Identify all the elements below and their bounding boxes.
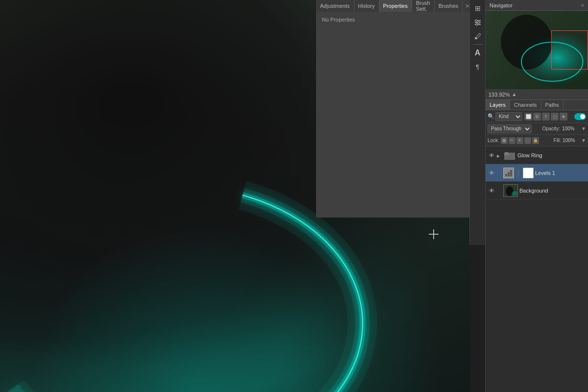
- layer-visibility-glow-ring[interactable]: 👁: [488, 151, 495, 159]
- layer-row-background[interactable]: 👁 Background: [486, 182, 588, 199]
- layer-name-glow-ring: Glow Ring: [517, 152, 586, 158]
- tab-history[interactable]: History: [354, 0, 379, 12]
- filter-pixel-icon[interactable]: ⬜: [524, 113, 532, 121]
- zoom-bar: 133.92% ▲: [486, 89, 588, 100]
- layer-row-levels1[interactable]: 👁 Levels 1: [486, 164, 588, 182]
- filter-shape-icon[interactable]: ◻: [551, 113, 559, 121]
- zoom-arrow-icon[interactable]: ▲: [512, 92, 516, 97]
- layer-thumbnail-background: [503, 184, 518, 197]
- svg-rect-19: [504, 153, 509, 155]
- filter-icons: ⬜ ⚙ T ◻ ★: [524, 113, 567, 121]
- fill-label: Fill:: [554, 138, 562, 143]
- text-tool-icon[interactable]: A: [471, 47, 484, 59]
- blend-mode-select[interactable]: Pass Through Normal Multiply Screen Over…: [488, 124, 532, 133]
- layers-blend-bar: Pass Through Normal Multiply Screen Over…: [486, 123, 588, 135]
- navigator-menu-icon[interactable]: ≡: [581, 2, 584, 8]
- layer-expand-glow-ring[interactable]: ▶: [497, 152, 502, 159]
- tab-layers[interactable]: Layers: [486, 100, 510, 110]
- svg-point-11: [475, 20, 477, 22]
- svg-rect-22: [510, 170, 512, 176]
- properties-panel: No Properties: [316, 12, 473, 218]
- paragraph-tool-icon[interactable]: ¶: [471, 60, 484, 73]
- tool-strip: ⊞ A ¶: [469, 0, 485, 245]
- opacity-arrow[interactable]: ▼: [581, 126, 586, 131]
- filter-kind-select[interactable]: Kind Name Effect Mode: [495, 112, 522, 121]
- layer-row-glow-ring[interactable]: 👁 ▶ Glow Ring: [486, 147, 588, 164]
- layers-tabs: Layers Channels Paths: [486, 100, 588, 110]
- lock-pixels-icon[interactable]: ✏: [509, 137, 515, 144]
- filter-adjustment-icon[interactable]: ⚙: [533, 113, 541, 121]
- no-properties-text: No Properties: [316, 12, 473, 27]
- top-tabs: Adjustments History Properties Brush Set…: [316, 0, 473, 12]
- filter-icon[interactable]: ⊞: [471, 2, 484, 15]
- tool-separator: [473, 44, 483, 45]
- svg-point-16: [501, 15, 552, 70]
- svg-point-3: [0, 186, 363, 392]
- tab-paths[interactable]: Paths: [541, 100, 564, 110]
- brush-icon[interactable]: [471, 29, 484, 42]
- filter-toggle-knob: [580, 114, 585, 119]
- svg-point-26: [512, 191, 517, 196]
- tab-adjustments[interactable]: Adjustments: [316, 0, 354, 12]
- layer-thumbnail-levels1: [503, 168, 514, 178]
- layer-thumbnail-glow-ring: [503, 149, 516, 162]
- navigator-selection-box: [551, 30, 588, 70]
- lock-label: Lock:: [488, 138, 499, 143]
- lock-transparent-icon[interactable]: ▩: [501, 137, 508, 144]
- filter-smart-icon[interactable]: ★: [560, 113, 567, 121]
- svg-rect-21: [508, 172, 510, 176]
- layers-lock-bar: Lock: ▩ ✏ ✛ ⬚ 🔒 Fill: 100% ▼: [486, 135, 588, 147]
- filter-toggle[interactable]: [574, 113, 586, 120]
- tab-properties[interactable]: Properties: [379, 0, 412, 12]
- layer-link-icon-levels1: [515, 168, 521, 178]
- tab-brushes[interactable]: Brushes: [435, 0, 463, 12]
- navigator-title: Navigator: [490, 2, 513, 8]
- navigator-preview: [486, 11, 588, 89]
- lock-artboard-icon[interactable]: ⬚: [524, 137, 531, 144]
- right-panel: Navigator ≡ 133.92%: [485, 0, 588, 392]
- navigator-header: Navigator ≡: [486, 0, 588, 11]
- svg-point-13: [476, 24, 478, 25]
- layer-visibility-background[interactable]: 👁: [488, 187, 495, 195]
- svg-point-12: [478, 22, 480, 24]
- svg-point-14: [475, 37, 477, 39]
- opacity-label: Opacity:: [542, 126, 560, 131]
- layer-visibility-levels1[interactable]: 👁: [488, 169, 495, 177]
- lock-all-icon[interactable]: 🔒: [532, 137, 539, 144]
- filter-search-icon: 🔍: [488, 113, 494, 120]
- fill-value[interactable]: 100%: [563, 138, 580, 143]
- svg-rect-20: [505, 174, 507, 176]
- layers-list: 👁 ▶ Glow Ring 👁: [486, 147, 588, 392]
- lock-icons: ▩ ✏ ✛ ⬚ 🔒: [501, 137, 539, 144]
- tab-brush-settings[interactable]: Brush Sett.: [412, 0, 435, 12]
- layer-name-background: Background: [519, 188, 586, 194]
- lock-position-icon[interactable]: ✛: [516, 137, 523, 144]
- zoom-level: 133.92%: [489, 92, 510, 98]
- layers-panel: Layers Channels Paths 🔍 Kind Name Effect…: [486, 100, 588, 392]
- layers-filter-bar: 🔍 Kind Name Effect Mode ⬜ ⚙ T ◻ ★: [486, 110, 588, 123]
- top-panel: Adjustments History Properties Brush Set…: [316, 0, 473, 12]
- adjustments-icon[interactable]: [471, 16, 484, 28]
- filter-type-icon[interactable]: T: [542, 113, 550, 121]
- fill-arrow[interactable]: ▼: [581, 138, 586, 143]
- layer-mask-levels1: [523, 168, 534, 178]
- layer-name-levels1: Levels 1: [535, 170, 586, 176]
- opacity-value[interactable]: 100%: [562, 126, 579, 131]
- tab-channels[interactable]: Channels: [510, 100, 541, 110]
- cursor-crosshair: [429, 229, 439, 239]
